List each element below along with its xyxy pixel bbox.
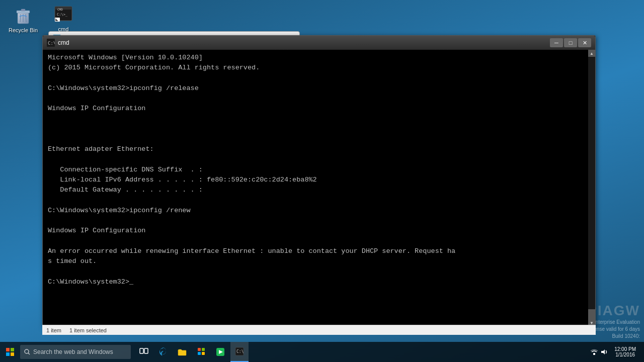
status-bar: 1 item 1 item selected [42,325,596,335]
svg-rect-23 [140,348,143,353]
svg-rect-2 [21,9,25,11]
cmd-window-controls: ─ □ ✕ [550,38,591,47]
svg-rect-28 [198,352,201,355]
svg-rect-18 [11,348,14,351]
cmd-window-title: cmd [58,39,69,46]
search-input[interactable] [33,348,124,355]
taskbar: C:\ 12:00 PM 1 [0,342,644,362]
search-bar[interactable] [20,345,131,359]
svg-rect-17 [6,348,10,351]
scroll-thumb[interactable] [588,309,595,319]
cmd-output: Microsoft Windows [Version 10.0.10240] (… [48,53,590,287]
svg-rect-27 [202,348,205,351]
desktop: Recycle Bin CMD C:\>_ cmd Network Connec… [0,0,644,362]
network-tray-icon[interactable] [590,348,598,356]
close-button[interactable]: ✕ [578,38,591,47]
minimize-button[interactable]: ─ [550,38,563,47]
cmd-scrollbar[interactable]: ▲ ▼ [588,50,595,326]
edge-button[interactable] [154,342,172,362]
item-count: 1 item [46,327,61,333]
svg-rect-26 [198,348,201,351]
svg-text:C:\>_: C:\>_ [57,13,68,17]
scroll-track [588,57,595,319]
clock[interactable]: 12:00 PM 1/1/2016 [610,346,640,357]
system-tray: 12:00 PM 1/1/2016 [586,342,644,362]
media-player-button[interactable] [211,342,229,362]
file-explorer-button[interactable] [173,342,191,362]
svg-line-22 [28,353,30,354]
svg-rect-19 [6,352,10,356]
scroll-up-button[interactable]: ▲ [588,50,595,57]
svg-marker-35 [601,349,605,354]
cmd-taskbar-button[interactable]: C:\ [230,342,249,362]
task-view-button[interactable] [135,342,153,362]
svg-rect-29 [202,352,205,355]
taskbar-icon-group: C:\ [135,342,249,362]
svg-point-21 [25,349,29,353]
recycle-bin-icon[interactable]: Recycle Bin [4,5,42,33]
svg-text:CMD: CMD [57,8,63,11]
svg-text:C:\: C:\ [236,349,244,354]
svg-rect-34 [593,353,595,355]
store-button[interactable] [192,342,210,362]
svg-rect-20 [11,352,14,356]
recycle-bin-label: Recycle Bin [9,27,38,33]
start-button[interactable] [0,342,20,362]
cmd-desktop-icon[interactable]: CMD C:\>_ cmd [44,4,83,32]
selection-count: 1 item selected [69,327,107,333]
maximize-button[interactable]: □ [564,38,577,47]
cmd-window: C:\ cmd ─ □ ✕ Microsoft Windows [Version… [42,35,596,327]
svg-text:C:\: C:\ [48,41,55,46]
cmd-titlebar: C:\ cmd ─ □ ✕ [43,36,595,50]
svg-rect-24 [144,348,148,353]
cmd-body[interactable]: Microsoft Windows [Version 10.0.10240] (… [43,50,595,326]
volume-tray-icon[interactable] [600,348,608,356]
